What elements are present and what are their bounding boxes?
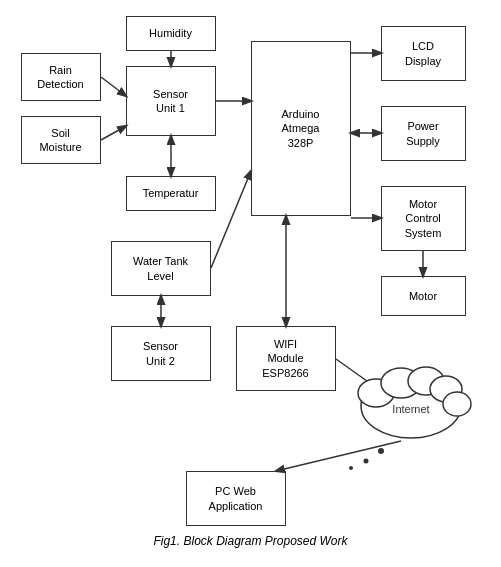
svg-point-18 [358,379,394,407]
figure-caption: Fig1. Block Diagram Proposed Work [11,534,491,548]
pc-web-box: PC WebApplication [186,471,286,526]
svg-line-13 [276,441,401,471]
svg-line-12 [336,359,381,391]
temperatur-box: Temperatur [126,176,216,211]
motor-control-box: MotorControlSystem [381,186,466,251]
svg-point-17 [361,374,461,438]
svg-line-9 [211,171,251,268]
svg-point-21 [430,376,462,402]
diagram-container: Humidity RainDetection SensorUnit 1 Soil… [11,11,491,556]
humidity-box: Humidity [126,16,216,51]
arduino-box: ArduinoAtmega328P [251,41,351,216]
svg-line-2 [101,126,126,140]
sensor2-box: SensorUnit 2 [111,326,211,381]
power-box: PowerSupply [381,106,466,161]
svg-line-1 [101,77,126,96]
svg-point-14 [378,448,384,454]
svg-point-15 [363,459,368,464]
svg-point-19 [381,368,421,398]
wifi-box: WIFIModuleESP8266 [236,326,336,391]
svg-point-22 [443,392,471,416]
sensor1-box: SensorUnit 1 [126,66,216,136]
svg-text:Internet: Internet [392,403,429,415]
water-tank-box: Water TankLevel [111,241,211,296]
rain-box: RainDetection [21,53,101,101]
lcd-box: LCDDisplay [381,26,466,81]
motor-box: Motor [381,276,466,316]
svg-point-20 [408,367,444,395]
svg-point-16 [349,466,353,470]
soil-box: SoilMoisture [21,116,101,164]
